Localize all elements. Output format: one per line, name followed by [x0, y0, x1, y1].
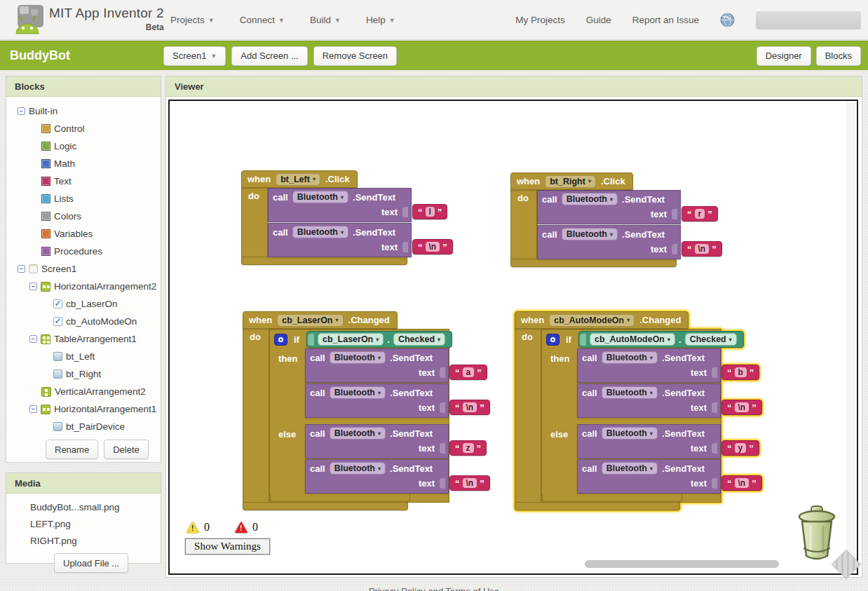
mutator-gear-icon[interactable]	[546, 334, 560, 346]
media-file[interactable]: LEFT.png	[30, 519, 161, 529]
text-string-block[interactable]: “l”	[412, 204, 447, 219]
tree-item-horizontalarrangement1[interactable]: −HorizontalArrangement1	[6, 400, 161, 418]
show-warnings-button[interactable]: Show Warnings	[185, 538, 270, 555]
component-dropdown[interactable]: Bluetooth▾	[330, 386, 386, 399]
blocks-workspace-canvas[interactable]: 0 0 Show Warnings whenbt_Left▾.Clickd	[168, 100, 858, 575]
text-string-block[interactable]: “\n”	[721, 475, 762, 491]
component-dropdown[interactable]: Bluetooth▾	[562, 193, 618, 205]
text-value[interactable]: \n	[426, 242, 440, 252]
text-string-block[interactable]: “y”	[721, 440, 759, 456]
user-account-blurred[interactable]	[756, 11, 861, 29]
text-string-block[interactable]: “\n”	[449, 475, 490, 491]
call-sendtext-block[interactable]: callBluetooth▾.SendTexttext“\n”	[268, 223, 412, 257]
call-sendtext-block[interactable]: callBluetooth▾.SendTexttext“\n”	[305, 383, 449, 418]
media-file[interactable]: BuddyBot...small.png	[30, 502, 161, 512]
event-block-bt_Right[interactable]: whenbt_Right▾.ClickdocallBluetooth▾.Send…	[510, 172, 681, 267]
nav-link-report-an-issue[interactable]: Report an Issue	[632, 15, 699, 25]
call-sendtext-block[interactable]: callBluetooth▾.SendTexttext“b”	[577, 348, 721, 383]
collapse-toggle-icon[interactable]: −	[29, 335, 37, 343]
tree-item-bt_left[interactable]: bt_Left	[6, 348, 161, 365]
component-dropdown[interactable]: Bluetooth▾	[602, 462, 658, 475]
mutator-gear-icon[interactable]	[274, 334, 287, 346]
condition-property-dropdown[interactable]: Checked▾	[685, 333, 737, 346]
tree-item-cb_laseron[interactable]: ✓cb_LaserOn	[6, 295, 161, 313]
checked-getter-block[interactable]: cb_LaserOn▾.Checked▾	[306, 331, 452, 348]
text-value[interactable]: \n	[695, 244, 710, 254]
text-value[interactable]: \n	[463, 402, 477, 412]
event-component-dropdown[interactable]: cb_LaserOn▾	[277, 314, 343, 327]
text-value[interactable]: y	[735, 443, 747, 453]
call-sendtext-block[interactable]: callBluetooth▾.SendTexttext“\n”	[537, 225, 681, 259]
tree-item-colors[interactable]: Colors	[6, 208, 161, 225]
call-sendtext-block[interactable]: callBluetooth▾.SendTexttext“\n”	[305, 459, 449, 494]
component-dropdown[interactable]: Bluetooth▾	[292, 191, 348, 203]
call-sendtext-block[interactable]: callBluetooth▾.SendTexttext“y”	[577, 424, 721, 458]
language-globe-icon[interactable]	[720, 13, 735, 27]
menu-help[interactable]: Help▼	[366, 15, 395, 25]
text-value[interactable]: l	[426, 207, 435, 217]
menu-projects[interactable]: Projects▼	[170, 15, 215, 25]
delete-button[interactable]: Delete	[104, 440, 149, 459]
text-string-block[interactable]: “\n”	[721, 400, 762, 415]
event-component-dropdown[interactable]: bt_Left▾	[276, 173, 320, 186]
add-screen-button[interactable]: Add Screen ...	[231, 46, 307, 66]
collapse-toggle-icon[interactable]: −	[18, 265, 25, 273]
component-dropdown[interactable]: Bluetooth▾	[602, 351, 658, 364]
text-value[interactable]: \n	[463, 478, 477, 488]
component-dropdown[interactable]: Bluetooth▾	[330, 462, 386, 475]
component-dropdown[interactable]: Bluetooth▾	[562, 228, 618, 240]
condition-property-dropdown[interactable]: Checked▾	[393, 333, 445, 346]
event-block-cb_LaserOn[interactable]: whencb_LaserOn▾.Changeddoifcb_LaserOn▾.C…	[243, 311, 449, 510]
tree-item-verticalarrangement2[interactable]: VerticalArrangement2	[6, 383, 161, 400]
event-component-dropdown[interactable]: bt_Right▾	[545, 175, 596, 188]
remove-screen-button[interactable]: Remove Screen	[313, 46, 397, 66]
component-dropdown[interactable]: Bluetooth▾	[292, 226, 348, 238]
component-dropdown[interactable]: Bluetooth▾	[330, 427, 386, 440]
text-value[interactable]: z	[463, 443, 474, 453]
tree-item-bt_pairdevice[interactable]: bt_PairDevice	[6, 418, 161, 435]
condition-component-dropdown[interactable]: cb_LaserOn▾	[318, 333, 384, 346]
tree-item-text[interactable]: Text	[6, 172, 161, 190]
tree-item-variables[interactable]: Variables	[6, 225, 161, 243]
upload-file-button[interactable]: Upload File ...	[54, 553, 128, 573]
text-string-block[interactable]: “z”	[449, 440, 487, 456]
tree-item-cb_automodeon[interactable]: ✓cb_AutoModeOn	[6, 313, 161, 330]
trash-can-icon[interactable]	[795, 505, 839, 565]
if-block[interactable]: ifcb_LaserOn▾.Checked▾thencallBluetooth▾…	[269, 329, 449, 503]
component-dropdown[interactable]: Bluetooth▾	[330, 351, 386, 364]
call-sendtext-block[interactable]: callBluetooth▾.SendTexttext“l”	[268, 188, 412, 222]
collapse-toggle-icon[interactable]: −	[29, 405, 37, 413]
call-sendtext-block[interactable]: callBluetooth▾.SendTexttext“a”	[305, 348, 449, 383]
tree-item-horizontalarrangement2[interactable]: −HorizontalArrangement2	[6, 278, 161, 295]
tree-item-bt_right[interactable]: bt_Right	[6, 365, 161, 383]
tree-item-logic[interactable]: Logic	[6, 137, 161, 155]
footer-links[interactable]: Privacy Policy and Terms of Use	[0, 586, 868, 591]
tree-item-procedures[interactable]: Procedures	[6, 243, 161, 260]
tree-item-lists[interactable]: Lists	[6, 190, 161, 208]
tree-item-tablearrangement1[interactable]: −TableArrangement1	[6, 330, 161, 348]
media-file[interactable]: RIGHT.png	[30, 536, 161, 546]
text-value[interactable]: \n	[735, 478, 750, 488]
condition-component-dropdown[interactable]: cb_AutoModeOn▾	[590, 333, 675, 346]
tree-item-control[interactable]: Control	[6, 120, 161, 137]
text-value[interactable]: b	[735, 367, 747, 377]
call-sendtext-block[interactable]: callBluetooth▾.SendTexttext“r”	[537, 190, 681, 224]
text-string-block[interactable]: “r”	[681, 206, 718, 222]
collapse-toggle-icon[interactable]: −	[29, 283, 37, 290]
nav-link-my-projects[interactable]: My Projects	[515, 15, 565, 25]
component-dropdown[interactable]: Bluetooth▾	[602, 386, 658, 399]
component-dropdown[interactable]: Bluetooth▾	[602, 427, 658, 440]
tree-item-screen1[interactable]: −Screen1	[6, 260, 161, 278]
rename-button[interactable]: Rename	[46, 440, 98, 459]
checked-getter-block[interactable]: cb_AutoModeOn▾.Checked▾	[578, 331, 744, 348]
menu-build[interactable]: Build▼	[310, 15, 341, 25]
event-component-dropdown[interactable]: cb_AutoModeOn▾	[549, 314, 635, 327]
nav-link-guide[interactable]: Guide	[586, 15, 611, 25]
text-string-block[interactable]: “\n”	[449, 400, 490, 415]
text-string-block[interactable]: “a”	[449, 365, 487, 380]
tree-item-built-in[interactable]: −Built-in	[6, 102, 161, 120]
text-value[interactable]: a	[463, 367, 475, 377]
call-sendtext-block[interactable]: callBluetooth▾.SendTexttext“z”	[305, 424, 449, 458]
text-value[interactable]: r	[695, 209, 705, 219]
event-block-cb_AutoModeOn[interactable]: whencb_AutoModeOn▾.Changeddoifcb_AutoMod…	[515, 311, 721, 510]
